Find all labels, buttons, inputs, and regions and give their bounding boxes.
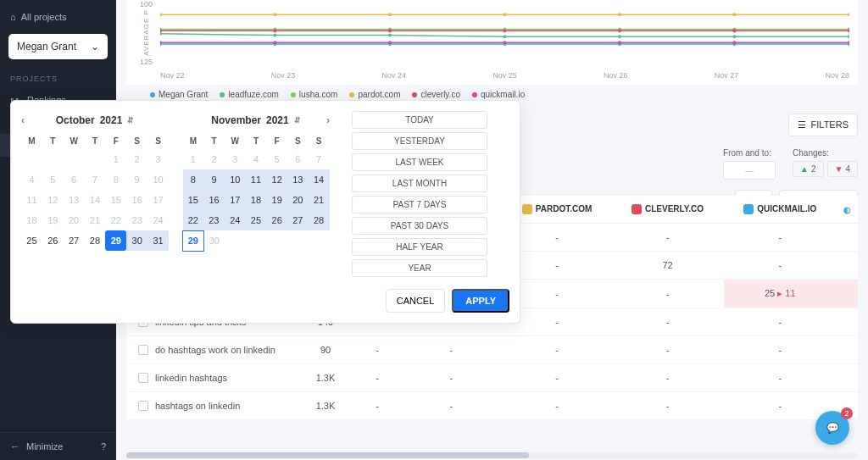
legend-item[interactable]: lusha.com [291,90,338,99]
calendar-day[interactable]: 20 [287,190,309,210]
calendar-day[interactable]: 16 [126,190,147,210]
legend-item[interactable]: quickmail.io [472,90,525,99]
legend-item[interactable]: leadfuze.com [220,90,278,99]
volume-cell: 90 [296,336,355,364]
keyword-text: hashtags on linkedin [155,401,240,411]
calendar-day[interactable]: 8 [183,169,204,190]
calendar-day[interactable]: 12 [266,169,287,190]
calendar-day[interactable]: 9 [126,169,147,190]
calendar-day[interactable]: 6 [287,149,309,169]
calendar-day[interactable]: 19 [266,190,287,210]
calendar-day [225,230,246,251]
value-cell: - [724,308,837,336]
calendar-day[interactable]: 9 [203,169,225,190]
calendar-day[interactable]: 21 [309,190,330,210]
calendar-day[interactable]: 30 [126,230,147,251]
calendar-day[interactable]: 1 [116,149,126,169]
th-competitor[interactable]: CLEVERLY.CO [611,196,723,224]
help-icon[interactable]: ? [101,441,106,452]
calendar-day[interactable]: 10 [147,169,169,190]
from-input[interactable]: — [723,161,776,180]
calendar-day[interactable]: 25 [246,210,267,230]
date-preset[interactable]: HALF YEAR [352,238,487,256]
value-cell: - [503,392,612,420]
calendar-day[interactable]: 24 [147,210,169,230]
keyword-cell[interactable]: hashtags on linkedin [126,392,296,420]
date-preset[interactable]: LAST MONTH [352,175,487,192]
calendar-day[interactable]: 22 [183,210,204,230]
calendar-day[interactable]: 22 [116,210,126,230]
legend-label: Megan Grant [159,90,208,99]
legend-item[interactable]: cleverly.co [412,90,460,99]
apply-button[interactable]: APPLY [452,289,509,313]
calendar-day[interactable]: 1 [183,149,204,169]
calendar-day[interactable]: 3 [147,149,169,169]
calendar-day[interactable]: 2 [203,149,225,169]
calendar-day[interactable]: 24 [225,210,246,230]
calendar-day[interactable]: 17 [147,190,169,210]
calendar-day[interactable]: 4 [246,149,267,169]
calendar-day[interactable]: 30 [203,230,225,251]
year-stepper-icon[interactable]: ⇵ [294,116,301,125]
calendar-day[interactable]: 14 [309,169,330,190]
calendar-day[interactable]: 15 [116,190,126,210]
svg-point-38 [503,41,506,44]
value-cell: - [611,308,723,336]
changes-up[interactable]: ▲2 [793,161,823,177]
horizontal-scrollbar[interactable] [126,452,858,458]
date-preset[interactable]: YEAR [352,259,487,277]
calendar-day[interactable]: 18 [246,190,267,210]
date-preset[interactable]: TODAY [352,111,487,129]
calendar-day [246,230,267,251]
svg-point-23 [388,13,392,16]
svg-point-33 [732,29,736,32]
weekday-label: S [309,133,330,149]
next-month-button[interactable]: › [326,114,330,126]
calendar-day[interactable]: 16 [203,190,225,210]
keyword-cell[interactable]: linkedin hashtags [126,364,296,392]
svg-point-24 [503,13,506,16]
calendar-day[interactable]: 27 [287,210,309,230]
legend-label: cleverly.co [420,90,460,99]
filters-button[interactable]: ☰ FILTERS [788,114,858,136]
calendar-day[interactable]: 29 [116,230,126,251]
legend-item[interactable]: pardot.com [349,90,400,99]
calendar-day[interactable]: 2 [126,149,147,169]
calendar-day[interactable]: 5 [266,149,287,169]
calendar-day[interactable]: 23 [203,210,225,230]
date-preset[interactable]: YESTERDAY [352,132,487,150]
date-preset[interactable]: PAST 7 DAYS [352,196,487,213]
keyword-cell[interactable]: do hashtags work on linkedin [126,336,296,364]
date-preset[interactable]: PAST 30 DAYS [352,217,487,235]
calendar-day[interactable]: 13 [287,169,309,190]
legend-item[interactable]: Megan Grant [150,90,208,99]
calendar-day[interactable]: 31 [147,230,169,251]
legend-label: quickmail.io [481,90,525,99]
svg-point-21 [160,13,162,16]
calendar-day[interactable]: 8 [116,169,126,190]
value-cell: - [400,364,503,392]
all-projects-link[interactable]: ⌂ All projects [0,7,116,27]
calendar-day[interactable]: 10 [225,169,246,190]
row-checkbox[interactable] [138,345,148,355]
calendar-day[interactable]: 29 [183,230,204,251]
cancel-button[interactable]: CANCEL [386,289,446,313]
row-checkbox[interactable] [138,401,148,411]
minimize-button[interactable]: ← Minimize ? [0,432,116,460]
calendar-day[interactable]: 17 [225,190,246,210]
chat-button[interactable]: 💬 2 [815,411,849,445]
project-select[interactable]: Megan Grant ⌄ [8,34,108,59]
changes-down[interactable]: ▼4 [827,161,858,177]
calendar-day [287,230,309,251]
year-stepper-icon[interactable]: ⇵ [127,116,134,125]
calendar-day[interactable]: 23 [126,210,147,230]
th-competitor[interactable]: QUICKMAIL.IO [724,196,837,224]
calendar-day[interactable]: 7 [309,149,330,169]
calendar-day[interactable]: 3 [225,149,246,169]
calendar-day[interactable]: 11 [246,169,267,190]
date-preset[interactable]: LAST WEEK [352,153,487,171]
row-checkbox[interactable] [138,373,148,383]
calendar-day[interactable]: 26 [266,210,287,230]
calendar-day[interactable]: 15 [183,190,204,210]
calendar-day[interactable]: 28 [309,210,330,230]
